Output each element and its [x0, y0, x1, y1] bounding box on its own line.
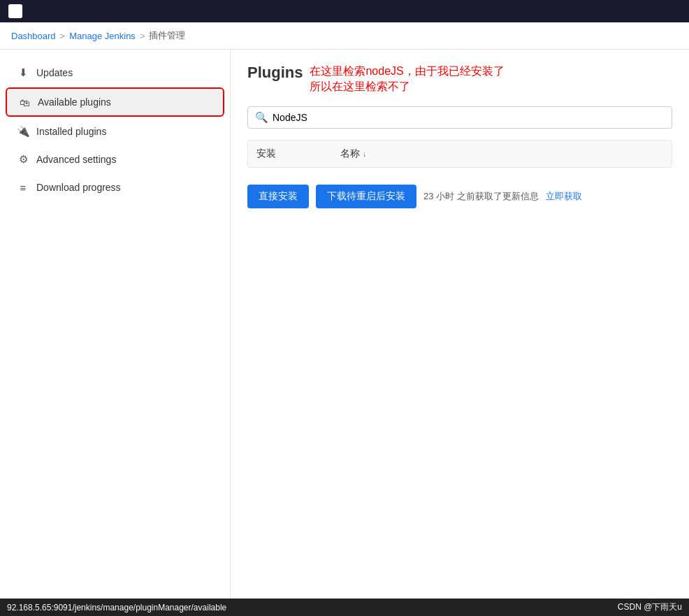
sort-icon: ↓	[363, 150, 367, 158]
search-input[interactable]	[273, 112, 665, 123]
sidebar-label-advanced-settings: Advanced settings	[36, 154, 116, 165]
sidebar: ⬇ Updates 🛍 Available plugins 🔌 Installe…	[0, 50, 231, 599]
breadcrumb-dashboard[interactable]: Dashboard	[11, 31, 56, 41]
title-row: Plugins 在这里检索nodeJS，由于我已经安装了 所以在这里检索不了	[247, 64, 672, 95]
sidebar-item-updates[interactable]: ⬇ Updates	[6, 59, 224, 86]
table-header: 安装 名称 ↓	[247, 140, 672, 168]
action-bar: 直接安装 下载待重启后安装 23 小时 之前获取了更新信息 立即获取	[247, 185, 672, 208]
sidebar-label-installed-plugins: Installed plugins	[36, 126, 106, 137]
sidebar-item-installed-plugins[interactable]: 🔌 Installed plugins	[6, 118, 224, 145]
sidebar-label-updates: Updates	[36, 67, 73, 78]
col-install-header: 安装	[256, 148, 340, 160]
annotation-line1: 在这里检索nodeJS，由于我已经安装了	[310, 65, 504, 77]
list-icon: ≡	[17, 181, 29, 194]
search-box[interactable]: 🔍	[247, 106, 672, 129]
content-area: Plugins 在这里检索nodeJS，由于我已经安装了 所以在这里检索不了 🔍…	[231, 50, 689, 599]
col-name-header[interactable]: 名称 ↓	[340, 148, 663, 160]
breadcrumb-manage-jenkins[interactable]: Manage Jenkins	[69, 31, 136, 41]
col-name-label: 名称	[340, 148, 360, 160]
breadcrumb-sep-2: >	[140, 31, 145, 41]
status-bar: 92.168.5.65:9091/jenkins/manage/pluginMa…	[0, 599, 689, 616]
main-layout: ⬇ Updates 🛍 Available plugins 🔌 Installe…	[0, 50, 689, 599]
update-info: 23 小时 之前获取了更新信息	[423, 190, 539, 203]
sidebar-label-available-plugins: Available plugins	[38, 96, 111, 108]
gear-icon: ⚙	[17, 153, 29, 166]
page-title: Plugins	[247, 64, 303, 82]
install-restart-button[interactable]: 下载待重启后安装	[316, 185, 416, 208]
search-icon: 🔍	[255, 111, 268, 124]
breadcrumb-sep-1: >	[60, 31, 66, 41]
sidebar-item-advanced-settings[interactable]: ⚙ Advanced settings	[6, 146, 224, 173]
bag-icon: 🛍	[18, 96, 31, 108]
topbar	[0, 0, 689, 22]
csdn-badge: CSDN @下雨天u	[618, 601, 682, 613]
sidebar-label-download-progress: Download progress	[36, 182, 121, 193]
sidebar-item-download-progress[interactable]: ≡ Download progress	[6, 174, 224, 201]
fetch-now-link[interactable]: 立即获取	[546, 190, 582, 203]
status-url: 92.168.5.65:9091/jenkins/manage/pluginMa…	[7, 603, 226, 613]
annotation-line2: 所以在这里检索不了	[310, 80, 410, 92]
jenkins-logo-icon	[8, 4, 22, 18]
breadcrumb: Dashboard > Manage Jenkins > 插件管理	[0, 22, 689, 50]
breadcrumb-current: 插件管理	[149, 29, 185, 42]
plug-icon: 🔌	[17, 125, 29, 138]
annotation-text: 在这里检索nodeJS，由于我已经安装了 所以在这里检索不了	[310, 64, 504, 95]
sidebar-item-available-plugins[interactable]: 🛍 Available plugins	[6, 87, 224, 117]
download-icon: ⬇	[17, 66, 29, 79]
direct-install-button[interactable]: 直接安装	[247, 185, 309, 208]
